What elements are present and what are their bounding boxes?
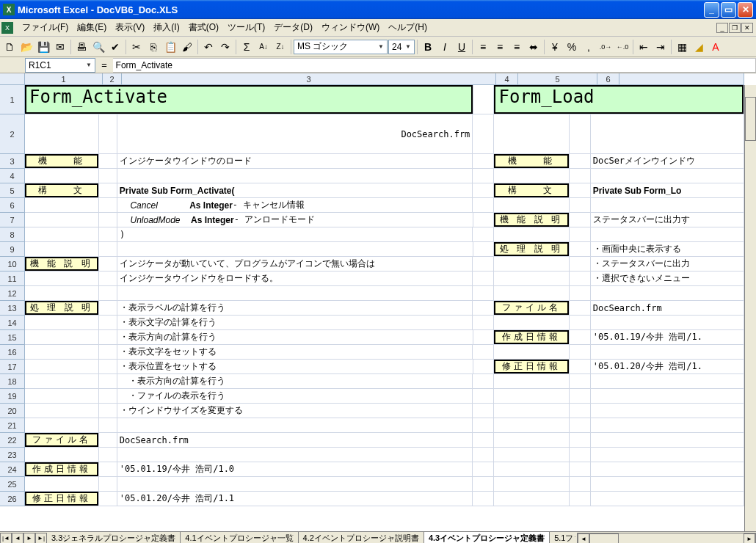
cell[interactable]: [99, 433, 117, 447]
cell[interactable]: [99, 301, 117, 315]
cell[interactable]: [117, 286, 473, 300]
row-header[interactable]: 17: [0, 360, 25, 374]
cell[interactable]: [570, 433, 591, 447]
row-header[interactable]: 13: [0, 301, 25, 316]
cell[interactable]: [99, 418, 117, 432]
preview-button[interactable]: 🔍: [90, 39, 106, 55]
increase-indent-button[interactable]: ⇥: [653, 39, 669, 55]
mdi-minimize-button[interactable]: _: [716, 23, 728, 33]
cell[interactable]: ファイル名: [494, 301, 570, 315]
row-header[interactable]: 20: [0, 404, 25, 418]
menu-tools[interactable]: ツール(T): [223, 20, 269, 35]
scroll-left-button[interactable]: ◄: [578, 533, 589, 544]
cell[interactable]: [473, 492, 494, 506]
cell[interactable]: [591, 448, 744, 462]
worksheet-grid[interactable]: 123456 123456789101112131415161718192021…: [0, 73, 756, 531]
cell[interactable]: [99, 389, 117, 403]
cell[interactable]: 機 能: [494, 154, 570, 168]
decrease-decimal-button[interactable]: ←.0: [614, 39, 630, 55]
sheet-tab[interactable]: 3.3ジェネラルプロシージャ定義書: [47, 532, 181, 544]
cell[interactable]: [117, 448, 473, 462]
maximize-button[interactable]: ▭: [721, 2, 736, 18]
cell[interactable]: インジケータが動いていて、プログラムがアイコンで無い場合は: [117, 257, 473, 271]
cell[interactable]: [99, 227, 117, 241]
cell[interactable]: [99, 242, 117, 256]
cell[interactable]: [570, 183, 591, 197]
cell[interactable]: Form_Activate: [25, 85, 473, 114]
cell[interactable]: ・表示文字の計算を行う: [117, 316, 473, 329]
cell[interactable]: [25, 404, 99, 418]
cell[interactable]: [25, 316, 99, 329]
cell[interactable]: [494, 272, 570, 285]
cell[interactable]: [494, 433, 570, 447]
mdi-restore-button[interactable]: ❐: [729, 23, 741, 33]
sort-asc-button[interactable]: A↓: [255, 39, 272, 55]
underline-button[interactable]: U: [454, 39, 470, 55]
cell[interactable]: [591, 316, 744, 329]
cell[interactable]: [473, 389, 494, 403]
sort-desc-button[interactable]: Z↓: [272, 39, 288, 55]
bold-button[interactable]: B: [420, 39, 436, 55]
cell[interactable]: [99, 374, 117, 388]
tab-nav-last[interactable]: ►|: [35, 533, 47, 544]
cell[interactable]: [25, 389, 99, 403]
row-header[interactable]: 5: [0, 183, 25, 198]
fill-color-button[interactable]: ◢: [691, 39, 707, 55]
column-header[interactable]: 2: [103, 73, 122, 85]
cell[interactable]: [99, 114, 117, 153]
menu-insert[interactable]: 挿入(I): [149, 20, 183, 35]
cell[interactable]: [25, 360, 99, 373]
copy-button[interactable]: ⎘: [145, 39, 161, 55]
cell[interactable]: [117, 242, 473, 256]
cell[interactable]: ステータスバーに出力す: [591, 213, 744, 227]
row-header[interactable]: 4: [0, 169, 25, 183]
minimize-button[interactable]: _: [704, 2, 719, 18]
cell[interactable]: Cancel As Integer - キャンセル情報: [117, 198, 473, 212]
cell[interactable]: [570, 213, 591, 227]
cell[interactable]: [473, 227, 494, 241]
row-header[interactable]: 14: [0, 316, 25, 330]
row-header[interactable]: 12: [0, 286, 25, 301]
cell[interactable]: [473, 418, 494, 432]
new-button[interactable]: 🗋: [1, 39, 18, 55]
cell[interactable]: [570, 345, 591, 359]
row-header[interactable]: 1: [0, 85, 25, 114]
cell[interactable]: [570, 301, 591, 315]
row-header[interactable]: 16: [0, 345, 25, 360]
autosum-button[interactable]: Σ: [239, 39, 255, 55]
cell[interactable]: [25, 114, 99, 153]
cell[interactable]: [473, 183, 494, 197]
cell[interactable]: [494, 345, 570, 359]
menu-window[interactable]: ウィンドウ(W): [317, 20, 384, 35]
scroll-right-button[interactable]: ►: [744, 533, 755, 544]
cell[interactable]: [494, 492, 570, 506]
cell[interactable]: ・ウインドウサイズを変更する: [117, 404, 473, 418]
cell[interactable]: [473, 345, 494, 359]
cell[interactable]: [473, 242, 495, 256]
menu-edit[interactable]: 編集(E): [73, 20, 111, 35]
borders-button[interactable]: ▦: [674, 39, 690, 55]
sheet-tab[interactable]: 4.2イベントプロシージャ説明書: [298, 532, 424, 544]
menu-view[interactable]: 表示(V): [111, 20, 149, 35]
cell[interactable]: ・選択できないメニュー: [591, 272, 744, 285]
cell[interactable]: [494, 169, 570, 183]
cell[interactable]: ): [117, 227, 473, 241]
cell[interactable]: [494, 316, 570, 329]
cell[interactable]: [473, 301, 494, 315]
cell[interactable]: [473, 198, 494, 212]
cell[interactable]: インジケータウインドウのロード: [117, 154, 473, 168]
cell[interactable]: [591, 227, 744, 241]
cell[interactable]: [570, 316, 591, 329]
tab-nav-first[interactable]: |◄: [0, 533, 12, 544]
tab-nav-next[interactable]: ►: [23, 533, 35, 544]
cell[interactable]: [591, 345, 744, 359]
cell[interactable]: [570, 286, 591, 300]
cell[interactable]: ・表示ラベルの計算を行う: [117, 301, 473, 315]
cell[interactable]: 作成日情報: [25, 462, 99, 476]
cell[interactable]: [117, 169, 473, 183]
cell[interactable]: [473, 272, 494, 285]
cell[interactable]: [473, 213, 495, 227]
cell[interactable]: [99, 213, 117, 227]
cell[interactable]: [570, 198, 591, 212]
cell[interactable]: DocSearch.frm: [591, 301, 744, 315]
